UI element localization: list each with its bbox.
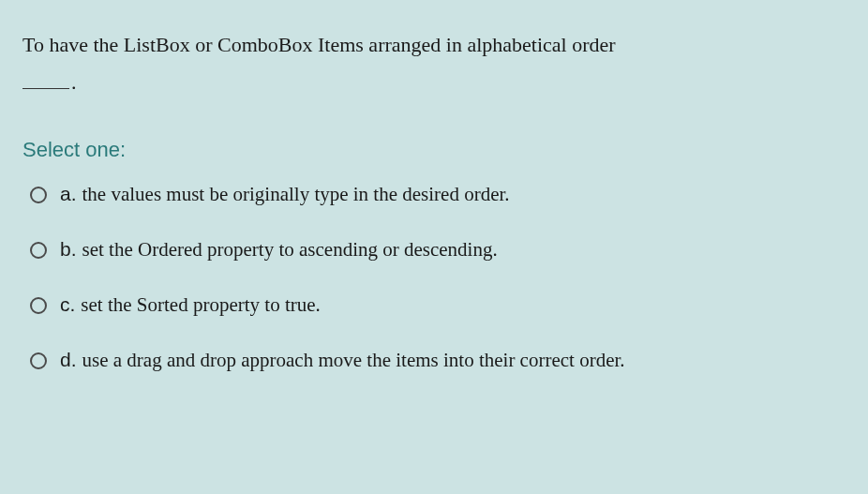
option-b[interactable]: b.set the Ordered property to ascending … [30, 238, 846, 262]
option-c[interactable]: c.set the Sorted property to true. [30, 293, 846, 317]
option-label-a[interactable]: a.the values must be originally type in … [60, 183, 510, 206]
option-a[interactable]: a.the values must be originally type in … [30, 183, 846, 206]
option-text: use a drag and drop approach move the it… [82, 349, 625, 371]
option-letter: c. [60, 293, 75, 315]
radio-d[interactable] [30, 352, 47, 369]
option-letter: b. [60, 238, 77, 260]
option-text: set the Ordered property to ascending or… [82, 238, 498, 261]
question-blank-trailer: . [71, 70, 77, 94]
option-d[interactable]: d.use a drag and drop approach move the … [30, 349, 846, 372]
option-letter: a. [60, 183, 77, 204]
radio-b[interactable] [30, 242, 47, 259]
select-one-label: Select one: [22, 138, 846, 162]
radio-c[interactable] [30, 297, 47, 314]
option-label-b[interactable]: b.set the Ordered property to ascending … [60, 238, 498, 262]
fill-blank [22, 88, 69, 89]
option-label-d[interactable]: d.use a drag and drop approach move the … [60, 349, 625, 372]
radio-a[interactable] [30, 187, 47, 203]
question-text: To have the ListBox or ComboBox Items ar… [22, 26, 846, 100]
question-line1: To have the ListBox or ComboBox Items ar… [22, 33, 616, 56]
options-group: a.the values must be originally type in … [22, 183, 846, 372]
option-text: set the Sorted property to true. [81, 293, 320, 316]
option-text: the values must be originally type in th… [82, 183, 510, 205]
option-label-c[interactable]: c.set the Sorted property to true. [60, 293, 321, 317]
option-letter: d. [60, 349, 77, 370]
